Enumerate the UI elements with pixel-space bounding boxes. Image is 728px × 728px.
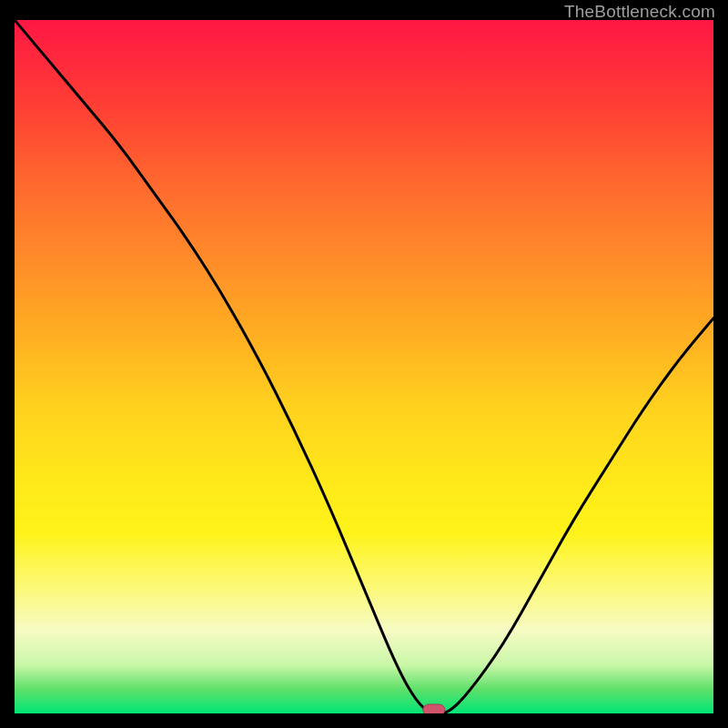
watermark-text: TheBottleneck.com (564, 2, 715, 22)
bottleneck-curve (15, 20, 713, 713)
chart-svg (15, 20, 713, 713)
current-position-marker (423, 704, 445, 713)
plot-area (15, 20, 713, 713)
chart-frame: TheBottleneck.com (0, 0, 728, 728)
